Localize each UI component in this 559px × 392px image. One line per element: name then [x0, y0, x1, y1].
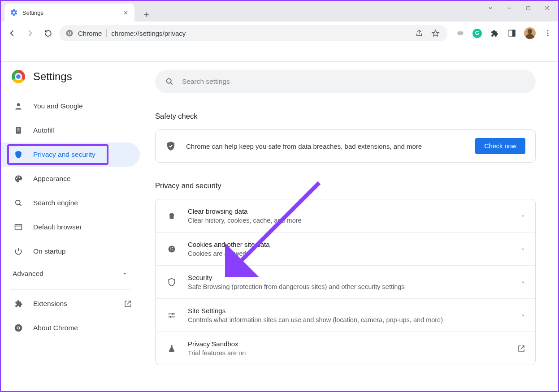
shield-outline-icon — [165, 278, 178, 287]
sidebar-list: You and Google Autofill Privacy and secu… — [1, 94, 140, 263]
reload-button[interactable] — [41, 26, 55, 40]
row-title: Site Settings — [188, 307, 511, 314]
palette-icon — [13, 174, 23, 183]
page-title: Settings — [33, 70, 72, 83]
omnibox-url: chrome://settings/privacy — [111, 30, 186, 37]
svg-rect-13 — [17, 131, 20, 131]
sidebar-item-privacy[interactable]: Privacy and security — [1, 142, 140, 167]
bookmark-star-icon[interactable] — [429, 27, 441, 39]
reading-list-icon[interactable] — [506, 27, 518, 39]
window-controls — [481, 2, 556, 14]
sidebar-item-label: You and Google — [33, 102, 83, 110]
omnibox-divider — [106, 29, 107, 37]
row-sub: Safe Browsing (protection from dangerous… — [188, 283, 511, 290]
close-tab-icon[interactable] — [122, 9, 129, 16]
svg-point-15 — [17, 177, 18, 178]
svg-point-24 — [170, 247, 171, 248]
extension-grammarly-icon[interactable]: G — [472, 29, 482, 38]
trash-icon — [165, 211, 178, 220]
tabs-dropdown-icon[interactable] — [481, 2, 500, 14]
chevron-right-icon — [521, 247, 525, 251]
row-cookies[interactable]: Cookies and other site data Cookies are … — [156, 232, 535, 265]
tune-icon — [165, 311, 178, 320]
svg-point-25 — [172, 247, 173, 248]
svg-point-11 — [17, 103, 20, 106]
sidebar-item-autofill[interactable]: Autofill — [1, 118, 140, 142]
row-sub: Clear history, cookies, cache, and more — [188, 217, 511, 224]
sidebar-item-on-startup[interactable]: On startup — [1, 239, 140, 263]
search-settings-input[interactable] — [182, 78, 526, 86]
sidebar-item-label: Default browser — [33, 223, 82, 231]
omnibox-host: Chrome — [78, 30, 102, 37]
svg-point-16 — [19, 177, 20, 178]
sidebar-item-about[interactable]: About Chrome — [1, 316, 140, 340]
new-tab-button[interactable] — [139, 7, 153, 22]
minimize-button[interactable] — [500, 2, 519, 14]
row-security[interactable]: Security Safe Browsing (protection from … — [156, 265, 535, 298]
search-settings[interactable] — [155, 70, 536, 93]
tab-strip: Settings — [1, 1, 558, 22]
sidebar-item-search-engine[interactable]: Search engine — [1, 191, 140, 215]
verified-shield-icon — [165, 141, 176, 151]
share-icon[interactable] — [413, 27, 425, 39]
row-title: Cookies and other site data — [188, 241, 511, 248]
external-link-icon — [517, 345, 525, 353]
puzzle-icon — [13, 299, 23, 308]
page-header: Settings — [1, 70, 140, 94]
svg-point-8 — [547, 30, 549, 31]
safety-check-text: Chrome can help keep you safe from data … — [186, 142, 465, 150]
svg-point-9 — [547, 33, 549, 34]
row-title: Clear browsing data — [188, 207, 511, 215]
close-window-button[interactable] — [537, 2, 556, 14]
section-privacy: Privacy and security — [155, 181, 536, 190]
chrome-logo-icon — [12, 70, 25, 83]
chrome-icon — [65, 29, 74, 37]
sidebar-item-default-browser[interactable]: Default browser — [1, 215, 140, 239]
svg-point-22 — [167, 79, 171, 83]
toolbar: Chrome chrome://settings/privacy G — [1, 22, 558, 45]
browser-tab[interactable]: Settings — [4, 4, 134, 22]
chrome-menu-icon[interactable] — [542, 27, 554, 39]
chevron-right-icon — [521, 280, 525, 284]
svg-rect-18 — [15, 224, 22, 230]
svg-point-26 — [170, 249, 171, 250]
advanced-toggle[interactable]: Advanced — [1, 263, 140, 284]
sidebar-divider — [10, 289, 131, 290]
sidebar-item-extensions[interactable]: Extensions — [1, 292, 140, 316]
row-sub: Controls what information sites can use … — [188, 316, 511, 323]
omnibox[interactable]: Chrome chrome://settings/privacy — [59, 25, 447, 41]
check-now-button[interactable]: Check now — [475, 138, 525, 154]
sidebar-item-label: Privacy and security — [33, 151, 95, 159]
svg-point-14 — [16, 178, 17, 179]
sidebar-item-label: Autofill — [33, 126, 54, 134]
svg-point-21 — [17, 327, 19, 329]
chevron-down-icon — [122, 271, 127, 276]
extensions-puzzle-icon[interactable] — [488, 27, 500, 39]
search-icon — [165, 77, 174, 86]
sidebar-item-label: Appearance — [33, 175, 71, 183]
privacy-list: Clear browsing data Clear history, cooki… — [155, 199, 536, 365]
cookie-icon — [165, 245, 178, 254]
forward-button[interactable] — [23, 26, 37, 40]
sidebar-item-you-and-google[interactable]: You and Google — [1, 94, 140, 118]
svg-point-10 — [547, 35, 549, 36]
extension-collab-icon[interactable] — [455, 27, 466, 39]
sidebar: Settings You and Google Autofill Privacy… — [1, 62, 140, 392]
main-content: Safety check Chrome can help keep you sa… — [140, 62, 558, 392]
row-privacy-sandbox[interactable]: Privacy Sandbox Trial features are on — [156, 332, 535, 365]
maximize-button[interactable] — [519, 2, 537, 14]
person-icon — [13, 102, 23, 111]
svg-point-5 — [459, 31, 463, 35]
shield-icon — [13, 150, 23, 159]
back-button[interactable] — [5, 26, 19, 40]
search-icon — [13, 198, 23, 207]
row-site-settings[interactable]: Site Settings Controls what information … — [156, 298, 535, 332]
section-safety-check: Safety check — [155, 112, 536, 121]
profile-avatar[interactable] — [524, 27, 536, 39]
sidebar-item-label: About Chrome — [33, 324, 78, 332]
sidebar-item-appearance[interactable]: Appearance — [1, 167, 140, 191]
row-clear-browsing-data[interactable]: Clear browsing data Clear history, cooki… — [156, 199, 535, 232]
svg-rect-7 — [513, 30, 515, 36]
flask-icon — [165, 344, 178, 353]
settings-gear-icon — [10, 9, 18, 17]
